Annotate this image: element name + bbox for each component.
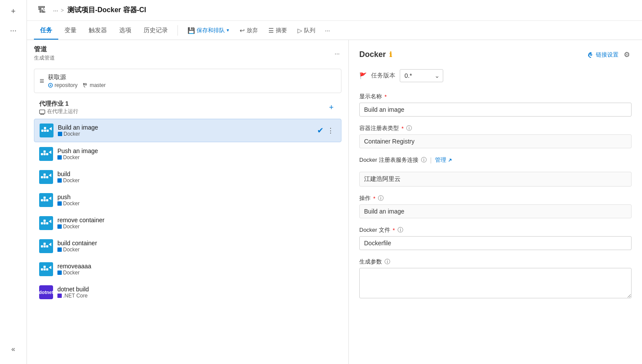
- task-item-push[interactable]: push Docker: [34, 189, 341, 211]
- tab-options[interactable]: 选项: [113, 22, 137, 40]
- docker-title-group: Docker ℹ: [359, 50, 392, 59]
- task-provider-build-container: Docker: [57, 247, 336, 253]
- svg-rect-36: [46, 245, 48, 247]
- pipe-separator: |: [430, 157, 432, 164]
- docker-connection-info-icon[interactable]: ⓘ: [421, 156, 427, 164]
- svg-rect-23: [43, 199, 46, 201]
- build-args-info-icon[interactable]: ⓘ: [385, 258, 390, 266]
- svg-rect-37: [43, 243, 46, 245]
- settings-icon-button[interactable]: ⚙: [622, 49, 632, 60]
- svg-rect-2: [40, 110, 45, 114]
- svg-rect-4: [41, 130, 43, 132]
- svg-rect-5: [44, 130, 46, 132]
- task-provider-remove-container: Docker: [57, 224, 336, 230]
- svg-rect-7: [44, 127, 46, 129]
- task-provider-build-image: Docker: [58, 131, 313, 137]
- task-icon-build-image: [40, 124, 54, 137]
- task-item-build[interactable]: build Docker: [34, 166, 341, 188]
- task-info-dotnet-build: dotnet build .NET Core: [57, 286, 336, 299]
- task-item-remove-container[interactable]: remove container Docker: [34, 212, 341, 234]
- docker-file-input[interactable]: [359, 236, 632, 250]
- svg-point-1: [50, 85, 51, 86]
- build-args-textarea[interactable]: [359, 268, 632, 298]
- save-queue-label: 保存和排队: [197, 27, 225, 34]
- svg-rect-10: [41, 153, 43, 155]
- task-item-removeaaaa[interactable]: removeaaaa Docker: [34, 258, 341, 281]
- link-settings-button[interactable]: 链接设置: [588, 51, 619, 59]
- svg-rect-41: [43, 268, 46, 270]
- agent-job: 代理作业 1 在代理上运行 +: [34, 97, 341, 304]
- task-item-dotnet-build[interactable]: dotnet dotnet build .NET Core: [34, 281, 341, 304]
- tab-triggers[interactable]: 触发器: [83, 22, 113, 40]
- registry-type-info-icon[interactable]: ⓘ: [406, 124, 412, 132]
- task-version-label: 任务版本: [371, 72, 395, 80]
- agent-job-title: 代理作业 1: [39, 100, 78, 108]
- save-queue-chevron: ▾: [227, 27, 229, 33]
- svg-rect-12: [46, 153, 48, 155]
- get-source-meta: repository master: [48, 82, 106, 88]
- task-provider-dotnet-build: .NET Core: [57, 293, 336, 299]
- panel-header: 管道 生成管道 ···: [27, 40, 348, 65]
- docker-info-icon[interactable]: ℹ: [389, 50, 392, 59]
- save-icon: 💾: [187, 27, 195, 34]
- task-name-build-image: Build an image: [58, 124, 313, 131]
- queue-button[interactable]: ▷ 队列: [293, 24, 320, 37]
- svg-rect-34: [41, 245, 43, 247]
- task-item-push-image[interactable]: Push an image Docker: [34, 143, 341, 165]
- tab-tasks[interactable]: 任务: [34, 22, 58, 40]
- manage-link[interactable]: 管理: [435, 156, 452, 164]
- nav-more-button[interactable]: ···: [321, 24, 334, 37]
- container-registry-type-label: 容器注册表类型 * ⓘ: [359, 124, 632, 132]
- task-provider-build: Docker: [57, 177, 336, 184]
- operation-info-icon[interactable]: ⓘ: [378, 194, 384, 202]
- task-menu-button[interactable]: ⋮: [325, 126, 336, 136]
- docker-file-required: *: [393, 227, 395, 234]
- task-item-build-image[interactable]: Build an image Docker ✔ ⋮: [34, 119, 341, 142]
- task-provider-removeaaaa: Docker: [57, 270, 336, 276]
- agent-job-info: 代理作业 1 在代理上运行: [39, 100, 78, 115]
- panel-more-button[interactable]: ···: [333, 48, 341, 59]
- svg-rect-24: [46, 199, 48, 201]
- task-name-build: build: [57, 170, 336, 177]
- agent-job-header: 代理作业 1 在代理上运行 +: [34, 97, 341, 119]
- svg-rect-30: [46, 222, 48, 224]
- docker-file-label: Docker 文件 * ⓘ: [359, 226, 632, 234]
- sidebar-collapse-button[interactable]: «: [6, 341, 21, 357]
- operation-label: 操作 * ⓘ: [359, 194, 632, 202]
- agent-job-add-button[interactable]: +: [326, 102, 336, 113]
- task-version-select[interactable]: 0.*: [400, 69, 443, 82]
- task-info-removeaaaa: removeaaaa Docker: [57, 263, 336, 276]
- tab-variables[interactable]: 变量: [58, 22, 83, 40]
- tab-history[interactable]: 历史记录: [137, 22, 174, 40]
- task-item-build-container[interactable]: build container Docker: [34, 235, 341, 257]
- docker-file-info-icon[interactable]: ⓘ: [398, 226, 403, 234]
- nav-tabs: 任务 变量 触发器 选项 历史记录 💾 保存和排队 ▾ ↩ 放弃 ☰ 摘要 ▷ …: [27, 21, 642, 40]
- task-info-build-container: build container Docker: [57, 240, 336, 253]
- docker-header-actions: 链接设置 ⚙: [588, 49, 632, 60]
- svg-rect-18: [46, 176, 48, 178]
- svg-rect-42: [46, 268, 48, 270]
- task-name-dotnet-build: dotnet build: [57, 286, 336, 293]
- display-name-input[interactable]: [359, 103, 632, 117]
- sidebar-add-button[interactable]: +: [6, 3, 21, 19]
- breadcrumb-more[interactable]: ···: [53, 7, 58, 14]
- summary-label: 摘要: [276, 27, 287, 34]
- svg-rect-32: [57, 224, 62, 229]
- get-source-item[interactable]: ≡ 获取源 repository master: [34, 69, 341, 93]
- sidebar-more-button[interactable]: ···: [6, 23, 21, 38]
- task-info-build-image: Build an image Docker: [58, 124, 313, 137]
- task-icon-build: [39, 170, 53, 184]
- task-info-remove-container: remove container Docker: [57, 217, 336, 230]
- task-name-removeaaaa: removeaaaa: [57, 263, 336, 270]
- get-source-info: 获取源 repository master: [48, 73, 106, 88]
- summary-button[interactable]: ☰ 摘要: [264, 24, 291, 37]
- discard-icon: ↩: [240, 27, 245, 34]
- discard-button[interactable]: ↩ 放弃: [235, 24, 262, 37]
- operation-display: Build an image: [359, 204, 632, 218]
- operation-required: *: [373, 195, 375, 202]
- task-provider-push: Docker: [57, 200, 336, 207]
- content-area: 管道 生成管道 ··· ≡ 获取源 repository: [27, 40, 642, 364]
- save-queue-button[interactable]: 💾 保存和排队 ▾: [183, 24, 234, 37]
- task-version-select-wrapper: 0.*: [400, 69, 443, 82]
- task-name-push-image: Push an image: [57, 147, 336, 154]
